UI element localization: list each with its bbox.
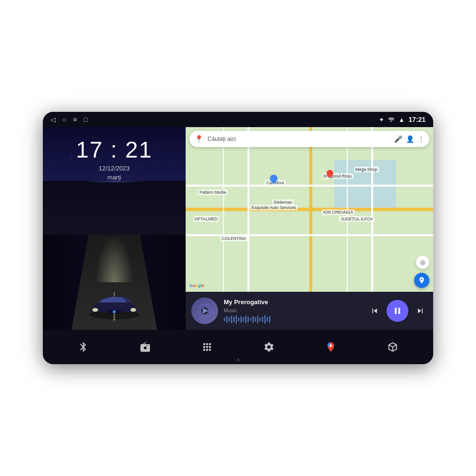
- map-label-oftalmed: OFTALMED: [193, 216, 219, 222]
- mic-icon[interactable]: 🎤: [394, 135, 402, 143]
- settings-icon: [263, 341, 275, 353]
- svg-point-2: [92, 308, 98, 312]
- map-label-pattern-media: Pattern Media: [198, 189, 228, 195]
- bottom-nav: ∧: [43, 330, 433, 364]
- car-svg: [86, 292, 143, 320]
- waveform-bar-9: [243, 317, 244, 322]
- compass-button[interactable]: ◎: [416, 256, 429, 269]
- lock-screen-panel: 17 : 21 12/12/2023 marți: [43, 127, 186, 330]
- clock-time: 17 : 21: [76, 137, 153, 163]
- map-background: Pattern Media Carrefour Dragonul Roșu De…: [186, 127, 433, 292]
- road-v4: [223, 127, 224, 292]
- home-button[interactable]: ○: [62, 116, 66, 123]
- nav-radio[interactable]: [139, 341, 151, 353]
- music-subtitle: Music: [224, 307, 362, 313]
- svg-point-3: [130, 308, 136, 312]
- svg-point-5: [113, 310, 116, 313]
- nav-settings[interactable]: [263, 341, 275, 353]
- time-display: 17 : 21 12/12/2023 marți: [76, 137, 153, 181]
- waveform-bar-13: [252, 316, 254, 323]
- location-fab[interactable]: [414, 273, 429, 288]
- waveform-bar-16: [259, 317, 261, 321]
- waveform-bar-20: [269, 316, 270, 323]
- waveform-bar-5: [233, 317, 235, 322]
- waveform-bar-11: [248, 317, 249, 322]
- waveform-bar-15: [257, 316, 258, 323]
- cube-icon: [387, 341, 398, 353]
- waveform-bar-19: [267, 317, 268, 322]
- waveform-bar-1: [224, 317, 225, 321]
- map-label-exquisite: Exquisite Auto Services: [250, 205, 298, 210]
- waveform-bar-17: [262, 317, 263, 322]
- lock-date: 12/12/2023: [76, 165, 153, 172]
- music-controls: [367, 300, 427, 322]
- account-icon[interactable]: 👤: [406, 135, 414, 143]
- music-player: My Prerogative Music: [186, 292, 433, 330]
- album-art: [191, 298, 218, 324]
- map-marker-dragonul: [327, 170, 333, 177]
- swipe-up-indicator: ∧: [237, 357, 240, 362]
- waveform-bar-3: [228, 317, 230, 322]
- lock-day: marți: [76, 174, 153, 181]
- waveform-bar-12: [250, 318, 251, 321]
- svg-point-0: [391, 120, 392, 121]
- search-placeholder: Căutați aici: [208, 136, 390, 142]
- menu-button[interactable]: ≡: [73, 116, 77, 123]
- status-time: 17:21: [408, 116, 426, 123]
- wifi-icon: [388, 116, 395, 123]
- music-title: My Prerogative: [224, 298, 362, 306]
- waveform-bar-18: [264, 315, 266, 324]
- music-info: My Prerogative Music: [224, 298, 362, 324]
- status-bar: ◁ ○ ≡ □ ✦ ▲ 17:21: [43, 112, 433, 127]
- waveform-bar-4: [231, 316, 232, 323]
- nav-buttons: ◁ ○ ≡ □: [50, 116, 88, 123]
- radio-icon: [139, 341, 151, 353]
- map-marker-carrefour: [270, 175, 278, 182]
- google-logo: Google: [189, 283, 204, 288]
- map-label-mega-shop: Mega Shop: [354, 167, 379, 172]
- waveform-bar-2: [226, 316, 228, 323]
- more-icon[interactable]: ⋮: [418, 135, 425, 143]
- waveform-bar-7: [238, 317, 239, 321]
- nav-google-maps[interactable]: [325, 341, 337, 353]
- map-label-ion-creanga: ION CREANGĂ: [322, 209, 355, 215]
- screenshot-button[interactable]: □: [84, 116, 88, 123]
- prev-button[interactable]: [367, 304, 382, 318]
- bluetooth-status-icon: ✦: [379, 116, 384, 123]
- next-button[interactable]: [413, 304, 427, 318]
- headlight-glow: [95, 235, 133, 282]
- car-head-unit: ◁ ○ ≡ □ ✦ ▲ 17:21 17 : 21 12/12/: [43, 112, 433, 364]
- waveform-bar-14: [255, 317, 256, 322]
- waveform: [224, 315, 362, 324]
- waveform-bar-8: [240, 316, 242, 323]
- play-pause-button[interactable]: [387, 300, 408, 322]
- car-scene: [43, 181, 186, 330]
- status-icons: ✦ ▲ 17:21: [379, 116, 426, 123]
- road-main-v: [309, 127, 312, 292]
- apps-icon: [201, 341, 213, 353]
- right-panel: Pattern Media Carrefour Dragonul Roșu De…: [186, 127, 433, 330]
- svg-point-7: [330, 345, 332, 347]
- nav-bluetooth[interactable]: [78, 341, 89, 353]
- nav-3d-cube[interactable]: [387, 341, 398, 353]
- waveform-bar-10: [245, 316, 247, 323]
- main-content: 17 : 21 12/12/2023 marți: [43, 127, 433, 330]
- map-search-bar[interactable]: 📍 Căutați aici 🎤 👤 ⋮: [189, 131, 429, 147]
- map-label-colentina: COLENTINA: [220, 236, 248, 241]
- road-v3: [371, 127, 373, 292]
- maps-container[interactable]: Pattern Media Carrefour Dragonul Roșu De…: [186, 127, 433, 292]
- tunnel-light: [86, 181, 143, 182]
- bluetooth-icon: [78, 341, 89, 353]
- maps-logo-icon: 📍: [194, 135, 204, 144]
- waveform-bar-6: [236, 315, 237, 324]
- signal-icon: ▲: [398, 116, 405, 123]
- back-button[interactable]: ◁: [50, 116, 56, 123]
- map-label-judet-ilfov: JUDEȚUL ILFOV: [339, 216, 375, 222]
- google-maps-icon: [325, 341, 337, 353]
- nav-apps[interactable]: [201, 341, 213, 353]
- road-v2: [248, 127, 249, 292]
